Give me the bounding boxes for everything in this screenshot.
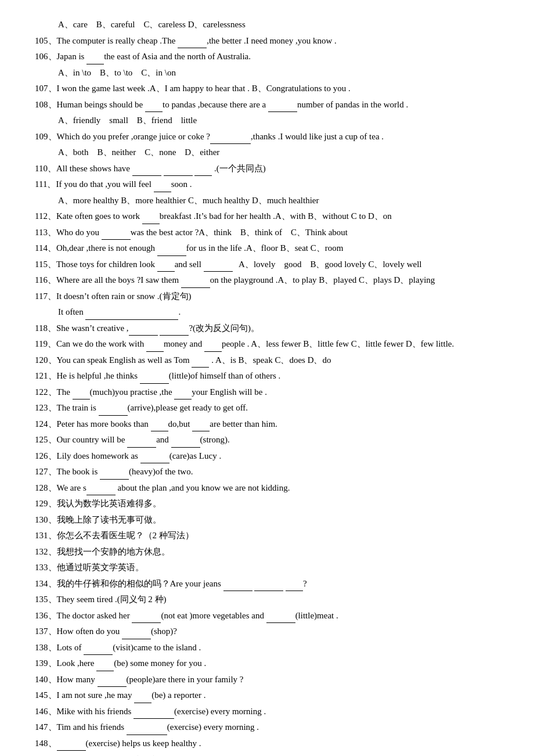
- q119: 119、Can we do the work with money and pe…: [35, 337, 505, 352]
- q108b: A、friendly small B、friend little: [35, 113, 505, 128]
- q127: 127、The book is (heavy)of the two.: [35, 465, 505, 480]
- q128: 128、We are s about the plan ,and you kno…: [35, 481, 505, 496]
- q129: 129、我认为数学比英语难得多。: [35, 496, 505, 512]
- q149: 149、The best time (visit) Beijing is aut…: [35, 752, 505, 756]
- q106: 106、Japan is the east of Asia and the no…: [35, 49, 505, 64]
- intro-line: A、care B、careful C、careless D、carelessne…: [35, 17, 505, 33]
- q131: 131、你怎么不去看医生呢？（2 种写法）: [35, 528, 505, 543]
- q132: 132、我想找一个安静的地方休息。: [35, 545, 505, 560]
- q109b: A、both B、neither C、none D、either: [35, 145, 505, 160]
- q134: 134、我的牛仔裤和你的相似的吗？Are your jeans ?: [35, 577, 505, 592]
- q139: 139、Look ,here (be) some money for you .: [35, 656, 505, 671]
- q145: 145、I am not sure ,he may (be) a reporte…: [35, 688, 505, 703]
- q125: 125、Our country will be and (strong).: [35, 433, 505, 448]
- q116: 116、Where are all the boys ?I saw them o…: [35, 273, 505, 288]
- q123: 123、The train is (arrive),please get rea…: [35, 401, 505, 416]
- q114: 114、Oh,dear ,there is not enough for us …: [35, 241, 505, 256]
- q124: 124、Peter has more books than do,but are…: [35, 417, 505, 432]
- main-content: A、care B、careful C、careless D、carelessne…: [35, 17, 505, 756]
- q135: 135、They seem tired .(同义句 2 种): [35, 592, 505, 607]
- q133: 133、他通过听英文学英语。: [35, 560, 505, 575]
- q117b: It often .: [35, 305, 505, 320]
- q126: 126、Lily does homework as (care)as Lucy …: [35, 449, 505, 464]
- q121: 121、He is helpful ,he thinks (little)of …: [35, 369, 505, 384]
- q147: 147、Tim and his friends (exercise) every…: [35, 720, 505, 735]
- q108: 108、Human beings should be to pandas ,be…: [35, 98, 505, 113]
- q136: 136、The doctor asked her (not eat )more …: [35, 609, 505, 624]
- q111: 111、If you do that ,you will feel soon .: [35, 177, 505, 192]
- q105: 105、The computer is really cheap .The ,t…: [35, 34, 505, 49]
- q110: 110、All these shows have .(一个共同点): [35, 161, 505, 177]
- q140: 140、How many (people)are there in your f…: [35, 672, 505, 687]
- q130: 130、我晚上除了读书无事可做。: [35, 513, 505, 528]
- q115: 115、Those toys for children look and sel…: [35, 257, 505, 272]
- q137: 137、How often do you (shop)?: [35, 624, 505, 639]
- q106b: A、in \to B、to \to C、in \on: [35, 66, 505, 81]
- q146: 146、Mike with his friends (exercise) eve…: [35, 704, 505, 719]
- q111b: A、more healthy B、more healthier C、much h…: [35, 193, 505, 208]
- q107: 107、I won the game last week .A、I am hap…: [35, 81, 505, 96]
- q118: 118、She wasn’t creative , ?(改为反义问句)。: [35, 321, 505, 336]
- q113: 113、Who do you was the best actor ?A、thi…: [35, 225, 505, 240]
- q109: 109、Which do you prefer ,orange juice or…: [35, 129, 505, 145]
- q120: 120、You can speak English as well as Tom…: [35, 353, 505, 368]
- q122: 122、The (much)you practise ,the your Eng…: [35, 385, 505, 400]
- q138: 138、Lots of (visit)came to the island .: [35, 640, 505, 656]
- q117: 117、It doesn’t often rain or snow .(肯定句): [35, 289, 505, 304]
- q148: 148、(exercise) helps us keep healthy .: [35, 736, 505, 751]
- q112: 112、Kate often goes to work breakfast .I…: [35, 209, 505, 224]
